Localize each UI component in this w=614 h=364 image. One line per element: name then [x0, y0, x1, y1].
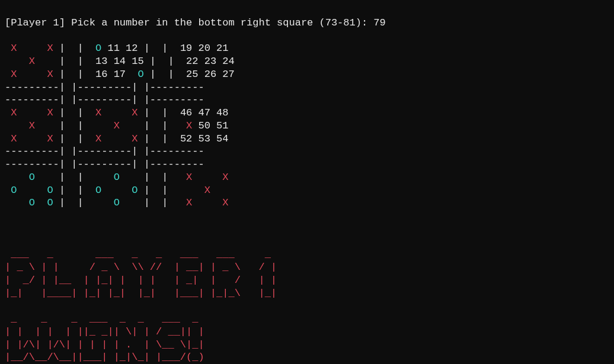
prompt-input[interactable]: 79	[373, 17, 385, 28]
o-mark: O	[47, 185, 53, 196]
x-mark: X	[222, 197, 228, 208]
x-mark: X	[222, 172, 228, 183]
o-mark: O	[95, 185, 101, 196]
winner-banner: ___ _ ___ _ _ ___ ___ _ | _ \ | | / _ \ …	[5, 236, 609, 365]
x-mark: X	[29, 120, 35, 131]
x-mark: X	[132, 107, 137, 118]
x-mark: X	[47, 107, 53, 118]
o-mark: O	[114, 172, 120, 183]
x-mark: X	[132, 133, 137, 144]
x-mark: X	[204, 185, 210, 196]
x-mark: X	[47, 43, 53, 54]
terminal: [Player 1] Pick a number in the bottom r…	[0, 0, 614, 364]
x-mark: X	[29, 56, 35, 67]
x-mark: X	[95, 133, 101, 144]
x-mark: X	[47, 69, 53, 80]
x-mark: X	[95, 107, 101, 118]
o-mark: O	[95, 43, 101, 54]
o-mark: O	[114, 197, 120, 208]
o-mark: O	[29, 172, 35, 183]
o-mark: O	[132, 185, 137, 196]
x-mark: X	[11, 69, 17, 80]
prompt-line: [Player 1] Pick a number in the bottom r…	[5, 17, 386, 28]
x-mark: X	[186, 120, 192, 131]
o-mark: O	[47, 197, 53, 208]
x-mark: X	[47, 133, 53, 144]
x-mark: X	[11, 133, 17, 144]
o-mark: O	[11, 185, 17, 196]
prompt-label: [Player 1] Pick a number in the bottom r…	[5, 17, 373, 28]
x-mark: X	[11, 107, 17, 118]
x-mark: X	[186, 197, 192, 208]
x-mark: X	[114, 120, 120, 131]
o-mark: O	[29, 197, 35, 208]
o-mark: O	[137, 69, 143, 80]
x-mark: X	[186, 172, 192, 183]
x-mark: X	[11, 43, 17, 54]
game-board: X X | | O 11 12 | | 19 20 21 X | | 13 14…	[5, 30, 609, 223]
